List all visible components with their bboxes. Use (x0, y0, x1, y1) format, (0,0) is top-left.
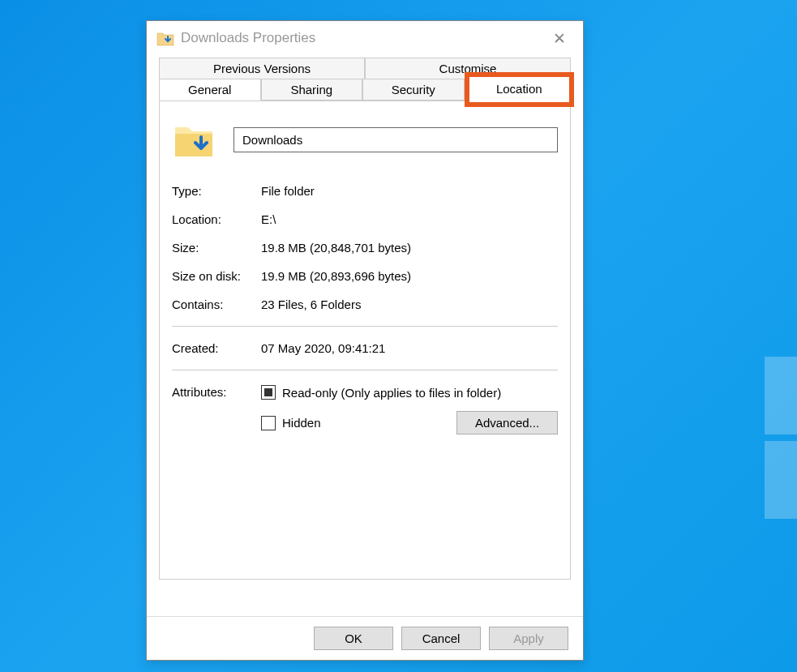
windows-logo-decoration (765, 357, 797, 519)
location-label: Location: (172, 212, 261, 226)
titlebar: Downloads Properties ✕ (147, 21, 583, 55)
divider (172, 370, 558, 370)
cancel-button[interactable]: Cancel (401, 627, 481, 650)
hidden-label: Hidden (282, 416, 321, 430)
readonly-label: Read-only (Only applies to files in fold… (282, 386, 501, 400)
folder-large-icon (172, 118, 216, 161)
sizeondisk-label: Size on disk: (172, 269, 261, 283)
ok-button[interactable]: OK (314, 627, 393, 650)
tab-security[interactable]: Security (362, 79, 465, 101)
size-value: 19.8 MB (20,848,701 bytes) (261, 241, 558, 255)
tab-location[interactable]: Location (465, 72, 575, 107)
downloads-folder-icon (156, 30, 174, 46)
tab-previous-versions[interactable]: Previous Versions (159, 58, 365, 79)
type-label: Type: (172, 184, 261, 198)
apply-button[interactable]: Apply (489, 627, 568, 650)
created-value: 07 May 2020, 09:41:21 (261, 341, 558, 355)
tab-general[interactable]: General (159, 79, 261, 101)
type-value: File folder (261, 184, 558, 198)
size-label: Size: (172, 241, 261, 255)
tabs: Previous Versions Customise General Shar… (159, 58, 571, 580)
contains-label: Contains: (172, 297, 261, 311)
properties-dialog: Downloads Properties ✕ Previous Versions… (146, 20, 584, 661)
contains-value: 23 Files, 6 Folders (261, 297, 558, 311)
hidden-checkbox[interactable] (261, 416, 276, 430)
general-tab-panel: Type: File folder Location: E:\ Size: 19… (159, 101, 571, 580)
readonly-checkbox[interactable] (261, 385, 276, 400)
close-button[interactable]: ✕ (546, 29, 573, 48)
location-value: E:\ (261, 212, 558, 226)
sizeondisk-value: 19.9 MB (20,893,696 bytes) (261, 269, 558, 283)
tab-sharing[interactable]: Sharing (261, 79, 363, 101)
divider (172, 326, 558, 327)
dialog-content: Previous Versions Customise General Shar… (147, 55, 583, 616)
created-label: Created: (172, 341, 261, 355)
advanced-button[interactable]: Advanced... (456, 411, 558, 434)
dialog-footer: OK Cancel Apply (147, 616, 583, 660)
attributes-label: Attributes: (172, 385, 261, 434)
window-title: Downloads Properties (181, 30, 546, 46)
folder-name-input[interactable] (234, 127, 558, 152)
